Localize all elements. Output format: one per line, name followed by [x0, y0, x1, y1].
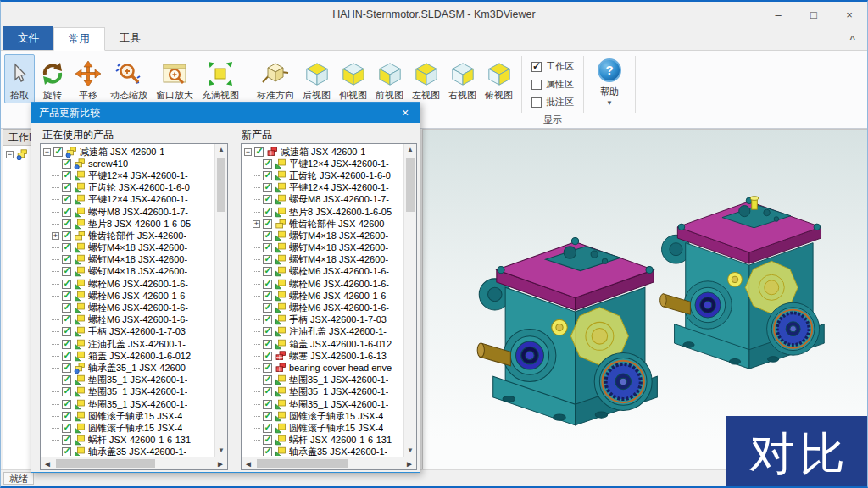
expander-icon[interactable]: − — [43, 148, 51, 156]
checkbox[interactable]: ✓ — [62, 352, 71, 361]
checkbox[interactable]: ✓ — [263, 159, 272, 169]
tree-item[interactable]: ✓ 手柄 JSX-42600-1-7-03 — [244, 314, 403, 326]
tree-item[interactable]: ✓ 蜗杆 JSX-42600-1-6-131 — [244, 435, 403, 446]
ribbon-collapse-icon[interactable]: ^ — [850, 34, 855, 44]
tool-cube-front-button[interactable]: 前视图 — [371, 54, 408, 103]
checkbox[interactable]: ✓ — [263, 195, 272, 204]
tree-item[interactable]: ✓ 平键12×4 JSX-42600-1- — [43, 194, 214, 206]
checkbox[interactable]: ✓ — [62, 363, 71, 373]
scrollbar-thumb[interactable] — [406, 158, 415, 212]
tool-zoom-window-button[interactable]: 窗口放大 — [152, 54, 198, 103]
checkbox[interactable]: ✓ — [62, 424, 71, 433]
checkbox[interactable]: ✓ — [62, 280, 71, 289]
tree-item[interactable]: ✓ 圆锥滚子轴承15 JSX-4 — [244, 422, 403, 434]
tool-cube-back-button[interactable]: 后视图 — [298, 54, 335, 103]
tree-item[interactable]: ✓ 垫圈35_1 JSX-42600-1- — [43, 374, 214, 386]
checkbox[interactable]: ✓ — [62, 171, 71, 180]
checkbox[interactable]: ✓ — [62, 327, 71, 336]
gearbox-model-left[interactable] — [477, 237, 657, 424]
tool-cube-left-button[interactable]: 左视图 — [408, 54, 444, 103]
checkbox[interactable]: ✓ — [263, 327, 272, 336]
checkbox[interactable]: ✓ — [62, 412, 71, 421]
tool-zoom-dynamic-button[interactable]: 动态缩放 — [106, 54, 152, 103]
tree-item[interactable]: ✓ 轴承盖35 JSX-42600-1- — [244, 446, 403, 456]
checkbox[interactable]: ✓ — [62, 340, 71, 349]
tree-item[interactable]: ✓ 垫圈35_1 JSX-42600-1- — [244, 398, 403, 410]
checkbox[interactable]: ✓ — [531, 62, 542, 72]
checkbox[interactable]: ✓ — [62, 243, 71, 252]
maximize-icon[interactable]: □ — [796, 2, 832, 27]
tree-item[interactable]: ✓ 螺钉M4×18 JSX-42600- — [43, 266, 214, 278]
scrollbar-thumb[interactable] — [217, 158, 225, 212]
checkbox[interactable] — [531, 97, 542, 108]
tree-item[interactable]: ✓ 螺栓M6 JSX-42600-1-6- — [244, 290, 403, 302]
tree-item[interactable]: ✓ 平键12×4 JSX-42600-1- — [244, 158, 403, 169]
checkbox[interactable]: ✓ — [263, 255, 272, 264]
scroll-down-icon[interactable]: ▼ — [215, 445, 227, 457]
tree-item[interactable]: ✓ 平键12×4 JSX-42600-1- — [244, 182, 403, 194]
checkbox[interactable] — [531, 80, 542, 90]
tree-item[interactable]: ✓ 螺栓M6 JSX-42600-1-6- — [244, 266, 403, 278]
minimize-icon[interactable]: – — [760, 2, 796, 27]
tree-item[interactable]: ✓ 螺钉M4×18 JSX-42600- — [244, 230, 403, 241]
checkbox[interactable]: ✓ — [263, 183, 272, 192]
tree-item[interactable]: +✓ 锥齿轮部件 JSX-42600- — [43, 230, 214, 241]
checkbox[interactable]: ✓ — [263, 291, 272, 301]
gearbox-model-right[interactable] — [660, 197, 825, 369]
checkbox[interactable]: ✓ — [62, 208, 71, 217]
scroll-right-icon[interactable]: ► — [403, 459, 416, 469]
dialog-close-icon[interactable]: × — [391, 103, 420, 123]
tree-item[interactable]: ✓ 螺栓M6 JSX-42600-1-6- — [244, 302, 403, 313]
checkbox[interactable]: ✓ — [263, 435, 272, 445]
checkbox[interactable]: ✓ — [62, 183, 71, 192]
tool-pan-button[interactable]: 平移 — [70, 54, 106, 103]
tree-item[interactable]: ✓ 轴承盖35_1 JSX-42600- — [43, 362, 214, 374]
checkbox[interactable]: ✓ — [263, 412, 272, 421]
tree-item[interactable]: ✓ screw410 — [43, 158, 214, 169]
scrollbar-track[interactable] — [54, 458, 214, 469]
checkbox[interactable]: ✓ — [263, 267, 272, 276]
scroll-left-icon[interactable]: ◄ — [41, 459, 54, 469]
checkbox[interactable]: ✓ — [62, 375, 71, 385]
checkbox[interactable]: ✓ — [62, 267, 71, 276]
tree-item[interactable]: ✓ 螺栓M6 JSX-42600-1-6- — [43, 302, 214, 313]
tree-item[interactable]: ✓ 垫圈35_1 JSX-42600-1- — [43, 386, 214, 398]
checkbox[interactable]: ✓ — [263, 363, 272, 373]
tree-item[interactable]: ✓ 螺母M8 JSX-42600-1-7- — [43, 206, 214, 218]
tree-item[interactable]: ✓ 螺栓M6 JSX-42600-1-6- — [43, 314, 214, 326]
checkbox[interactable]: ✓ — [263, 231, 272, 241]
scroll-right-icon[interactable]: ► — [214, 459, 227, 469]
expander-icon[interactable]: − — [6, 151, 14, 158]
help-button[interactable]: ? 帮助 ▼ — [588, 53, 631, 128]
tool-cube-right-button[interactable]: 右视图 — [444, 54, 481, 103]
tool-fit-view-button[interactable]: 充满视图 — [198, 54, 243, 103]
tree-item[interactable]: ✓ 垫片8 JSX-42600-1-6-05 — [244, 206, 403, 218]
scroll-left-icon[interactable]: ◄ — [242, 459, 255, 469]
checkbox[interactable]: ✓ — [263, 424, 272, 433]
tool-rotate-button[interactable]: 旋转 — [35, 54, 70, 103]
checkbox[interactable]: ✓ — [62, 291, 71, 301]
tree-item[interactable]: ✓ 螺母M8 JSX-42600-1-7- — [244, 194, 403, 206]
checkbox[interactable]: ✓ — [263, 208, 272, 217]
tree-item[interactable]: ✓ 垫圈35_1 JSX-42600-1- — [244, 386, 403, 398]
tree-item[interactable]: ✓ 螺钉M4×18 JSX-42600- — [244, 242, 403, 254]
tab-tools[interactable]: 工具 — [105, 27, 155, 50]
checkbox[interactable]: ✓ — [62, 231, 71, 241]
tree-item[interactable]: ✓ 垫片8 JSX-42600-1-6-05 — [43, 218, 214, 230]
tree-item[interactable]: ✓ 正齿轮 JSX-42600-1-6-0 — [244, 169, 403, 181]
tree-item[interactable]: −✓ 减速箱 JSX-42600-1 — [43, 146, 214, 158]
tree-item[interactable]: ✓ 螺栓M6 JSX-42600-1-6- — [43, 290, 214, 302]
tree-item[interactable]: ✓ 手柄 JSX-42600-1-7-03 — [43, 326, 214, 338]
tree-item[interactable]: −✓ 减速箱 JSX-42600-1 — [244, 146, 403, 158]
tool-cube-bottom-button[interactable]: 仰视图 — [335, 54, 371, 103]
tree-item[interactable]: ✓ 圆锥滚子轴承15 JSX-4 — [43, 422, 214, 434]
scrollbar-track[interactable] — [255, 458, 403, 469]
expander-icon[interactable]: + — [253, 220, 260, 228]
checkbox[interactable]: ✓ — [62, 447, 71, 456]
tree-item[interactable]: ✓ 垫圈35_1 JSX-42600-1- — [43, 398, 214, 410]
scroll-up-icon[interactable]: ▲ — [215, 144, 227, 156]
checkbox[interactable]: ✓ — [263, 400, 272, 409]
checkbox[interactable]: ✓ — [263, 303, 272, 313]
scroll-down-icon[interactable]: ▼ — [404, 445, 416, 457]
tree-item[interactable]: ✓ 轴承盖35 JSX-42600-1- — [43, 446, 214, 456]
